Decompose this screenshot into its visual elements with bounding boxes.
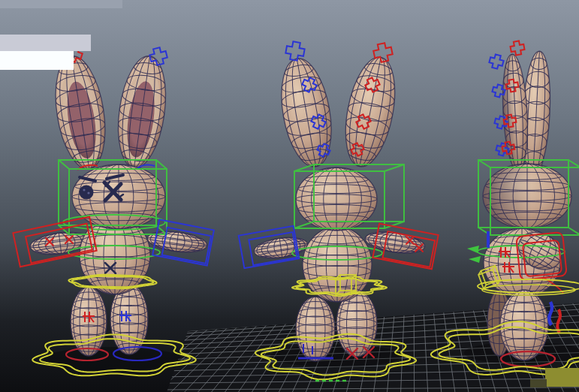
ui-artifact-bar-white	[0, 51, 74, 70]
ear-plus-blue-1[interactable]	[488, 53, 505, 70]
ui-artifact-bar-mid	[0, 35, 91, 51]
scene-canvas[interactable]	[0, 0, 579, 392]
bunny-side-ear-front[interactable]	[500, 53, 530, 171]
bunny-front-model[interactable]	[13, 44, 214, 375]
viewport-3d[interactable]	[0, 0, 579, 392]
bunny-front-ear-left[interactable]	[48, 53, 112, 173]
bunny-side-head[interactable]	[483, 164, 571, 228]
ui-artifact-label-shadow	[530, 379, 547, 387]
ui-artifact-label	[545, 368, 579, 387]
ui-artifact-bar-top	[0, 0, 122, 8]
bunny-side-leg[interactable]	[500, 290, 548, 360]
chest-ring-arrow[interactable]	[467, 246, 481, 263]
button-eye	[80, 185, 94, 200]
bunny-back-ear-right[interactable]	[337, 53, 403, 171]
ear-plus-red-1[interactable]	[510, 41, 526, 56]
bunny-back-torso[interactable]	[303, 227, 372, 302]
bunny-front-ear-right[interactable]	[112, 53, 172, 171]
ear-plus-blue-1[interactable]	[285, 41, 306, 62]
bunny-back-leg-left[interactable]	[296, 297, 335, 361]
